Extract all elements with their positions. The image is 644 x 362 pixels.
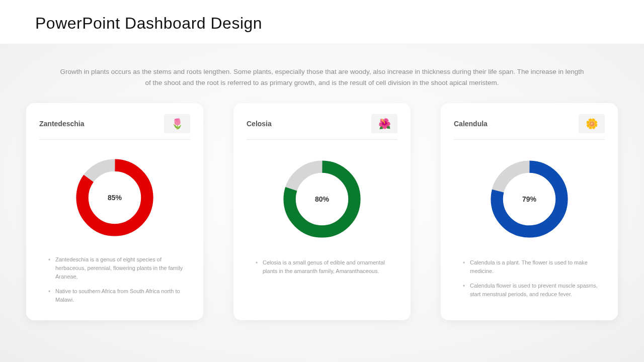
donut-chart: 85% <box>39 149 190 246</box>
card-bullets: Zantedeschia is a genus of eight species… <box>39 255 190 310</box>
card-title: Calendula <box>454 120 488 128</box>
bullet-item: Native to southern Africa from South Afr… <box>48 287 188 304</box>
bullet-item: Zantedeschia is a genus of eight species… <box>48 255 188 281</box>
donut-percent-label: 85% <box>108 194 122 202</box>
card-title: Zantedeschia <box>39 120 84 128</box>
card-header: Calendula 🌼 <box>454 114 605 140</box>
card-title: Celosia <box>247 120 272 128</box>
bullet-item: Celosia is a small genus of edible and o… <box>256 258 395 276</box>
card-header: Celosia 🌺 <box>247 114 397 140</box>
donut-percent-label: 79% <box>522 195 536 203</box>
card-celosia: Celosia 🌺 80% Celosia is a small genus o… <box>233 103 411 320</box>
cards-row: Zantedeschia 🌷 85% Zantedeschia is a gen… <box>0 103 644 320</box>
flower-icon: 🌺 <box>371 114 397 133</box>
donut-percent-label: 80% <box>315 195 329 203</box>
card-header: Zantedeschia 🌷 <box>39 114 190 140</box>
bullet-item: Calendula flower is used to prevent musc… <box>463 282 603 299</box>
page-title: PowerPoint Dashboard Design <box>35 14 609 33</box>
donut-chart: 80% <box>247 149 397 249</box>
flower-icon: 🌷 <box>164 114 190 133</box>
card-bullets: Celosia is a small genus of edible and o… <box>247 258 397 282</box>
flower-icon: 🌼 <box>579 114 605 133</box>
donut-chart: 79% <box>454 149 605 249</box>
bullet-item: Calendula is a plant. The flower is used… <box>463 258 603 276</box>
card-bullets: Calendula is a plant. The flower is used… <box>454 258 605 305</box>
intro-text: Growth in plants occurs as the stems and… <box>58 66 586 88</box>
card-calendula: Calendula 🌼 79% Calendula is a plant. Th… <box>441 103 618 320</box>
card-zantedeschia: Zantedeschia 🌷 85% Zantedeschia is a gen… <box>26 103 203 320</box>
title-bar: PowerPoint Dashboard Design <box>0 0 644 44</box>
